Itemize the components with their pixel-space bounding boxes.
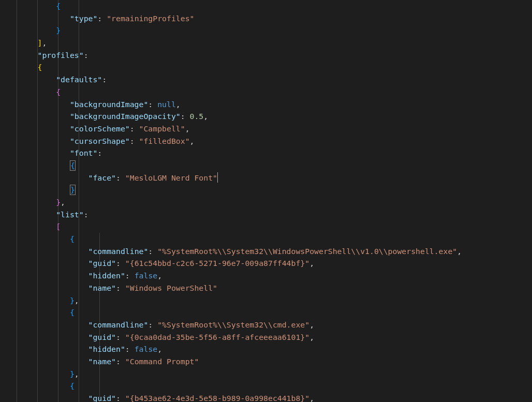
code-line[interactable]: "cursorShape": "filledBox",: [0, 135, 532, 147]
matching-bracket-close: }: [70, 185, 76, 195]
matching-bracket-open: {: [70, 160, 76, 171]
text-cursor: [217, 172, 218, 183]
code-line[interactable]: "type": "remainingProfiles": [0, 12, 532, 25]
code-line[interactable]: "list":: [0, 209, 532, 221]
code-line[interactable]: "guid": "{0caa0dad-35be-5f56-a8ff-afceee…: [0, 331, 532, 344]
code-line[interactable]: },: [0, 294, 532, 307]
code-line[interactable]: {: [0, 86, 532, 98]
code-line[interactable]: {: [0, 306, 532, 319]
code-line[interactable]: "commandline": "%SystemRoot%\\System32\\…: [0, 245, 532, 258]
code-line[interactable]: }: [0, 184, 532, 196]
code-line[interactable]: "hidden": false,: [0, 343, 532, 355]
code-line[interactable]: }: [0, 24, 532, 37]
code-line[interactable]: "backgroundImageOpacity": 0.5,: [0, 110, 532, 123]
code-line[interactable]: "colorScheme": "Campbell",: [0, 123, 532, 135]
code-line[interactable]: {: [0, 61, 532, 73]
code-line[interactable]: },: [0, 368, 532, 380]
code-line[interactable]: "font":: [0, 147, 532, 159]
code-line[interactable]: "commandline": "%SystemRoot%\\System32\\…: [0, 319, 532, 331]
code-line[interactable]: "face": "MesloLGM Nerd Font": [0, 172, 532, 184]
code-line[interactable]: "backgroundImage": null,: [0, 98, 532, 111]
code-line[interactable]: },: [0, 196, 532, 209]
code-line[interactable]: "hidden": false,: [0, 270, 532, 282]
code-line[interactable]: "profiles":: [0, 49, 532, 62]
code-line[interactable]: "defaults":: [0, 73, 532, 86]
code-line[interactable]: {: [0, 0, 532, 12]
code-line[interactable]: "name": "Windows PowerShell": [0, 282, 532, 294]
code-line[interactable]: {: [0, 159, 532, 172]
code-line[interactable]: "name": "Command Prompt": [0, 355, 532, 368]
code-line[interactable]: [: [0, 220, 532, 233]
code-line[interactable]: {: [0, 233, 532, 245]
code-line[interactable]: ],: [0, 37, 532, 49]
code-line[interactable]: "guid": "{61c54bbd-c2c6-5271-96e7-009a87…: [0, 257, 532, 270]
code-line[interactable]: "guid": "{b453ae62-4e3d-5e58-b989-0a998e…: [0, 392, 532, 402]
code-line[interactable]: {: [0, 380, 532, 392]
code-editor[interactable]: { "type": "remainingProfiles" } ], "prof…: [0, 0, 532, 402]
